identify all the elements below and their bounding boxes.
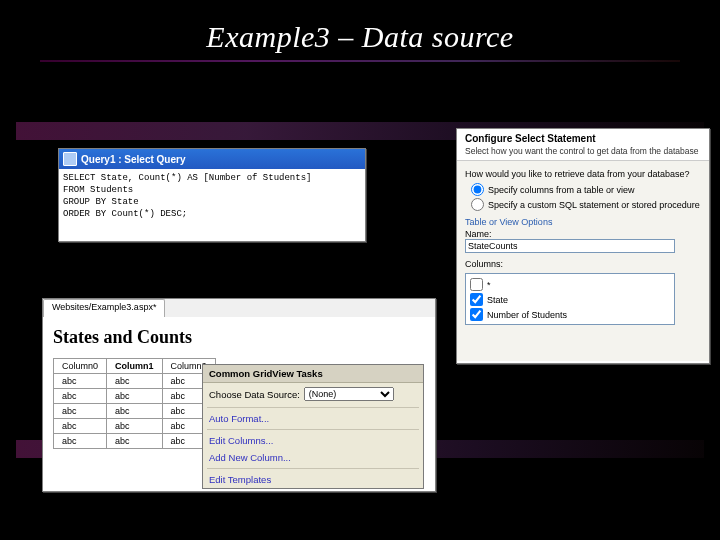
radio-custom-sql-label: Specify a custom SQL statement or stored… [488, 200, 700, 210]
name-label: Name: [465, 229, 701, 239]
columns-label: Columns: [465, 259, 701, 269]
table-row: abcabcabc [54, 389, 216, 404]
name-input[interactable] [465, 239, 675, 253]
table-view-section: Table or View Options [465, 217, 701, 227]
separator [207, 468, 419, 469]
col-state-label: State [487, 295, 508, 305]
sql-window-titlebar[interactable]: Query1 : Select Query [59, 149, 365, 169]
editcolumns-link[interactable]: Edit Columns... [203, 432, 423, 449]
autoformat-link[interactable]: Auto Format... [203, 410, 423, 427]
table-row: abcabcabc [54, 404, 216, 419]
sql-text[interactable]: SELECT State, Count(*) AS [Number of Stu… [59, 169, 365, 223]
gridview-header-row: Column0 Column1 Column2 [54, 359, 216, 374]
configure-subtitle: Select how you want the control to get d… [465, 146, 701, 156]
tab-file[interactable]: Websites/Example3.aspx* [43, 299, 165, 317]
slide-title: Example3 – Data source [0, 20, 720, 54]
configure-header: Configure Select Statement Select how yo… [457, 129, 709, 161]
datasource-select[interactable]: (None) [304, 387, 394, 401]
radio-table-view[interactable]: Specify columns from a table or view [471, 183, 701, 196]
table-row: abcabcabc [54, 434, 216, 449]
edittemplates-link[interactable]: Edit Templates [203, 471, 423, 488]
col-all-checkbox[interactable] [470, 278, 483, 291]
smarttag-title: Common GridView Tasks [203, 365, 423, 383]
radio-custom-sql-input[interactable] [471, 198, 484, 211]
col-all-label: * [487, 280, 491, 290]
sql-query-window: Query1 : Select Query SELECT State, Coun… [58, 148, 366, 242]
sql-window-title: Query1 : Select Query [81, 154, 186, 165]
gridview[interactable]: Column0 Column1 Column2 abcabcabc abcabc… [53, 358, 216, 449]
configure-title: Configure Select Statement [465, 133, 701, 144]
configure-question: How would you like to retrieve data from… [465, 169, 701, 179]
smarttag-panel: Common GridView Tasks Choose Data Source… [202, 364, 424, 489]
table-row: abcabcabc [54, 419, 216, 434]
addcolumn-link[interactable]: Add New Column... [203, 449, 423, 466]
table-row: abcabcabc [54, 374, 216, 389]
query-icon [63, 152, 77, 166]
title-underline [40, 60, 680, 62]
gridview-col-0[interactable]: Column0 [54, 359, 107, 374]
gridview-col-1[interactable]: Column1 [107, 359, 163, 374]
datasource-label: Choose Data Source: [209, 389, 300, 400]
tab-strip: Websites/Example3.aspx* [43, 299, 435, 317]
col-num-checkbox[interactable] [470, 308, 483, 321]
separator [207, 429, 419, 430]
col-row-all[interactable]: * [470, 278, 670, 291]
radio-custom-sql[interactable]: Specify a custom SQL statement or stored… [471, 198, 701, 211]
col-num-label: Number of Students [487, 310, 567, 320]
separator [207, 407, 419, 408]
col-row-state[interactable]: State [470, 293, 670, 306]
slide-title-bar: Example3 – Data source [0, 20, 720, 54]
radio-table-view-input[interactable] [471, 183, 484, 196]
col-row-num[interactable]: Number of Students [470, 308, 670, 321]
page-heading: States and Counts [53, 327, 425, 348]
col-state-checkbox[interactable] [470, 293, 483, 306]
configure-statement-panel: Configure Select Statement Select how yo… [456, 128, 710, 364]
datasource-row: Choose Data Source: (None) [203, 383, 423, 405]
radio-table-view-label: Specify columns from a table or view [488, 185, 635, 195]
columns-list[interactable]: * State Number of Students [465, 273, 675, 325]
configure-body: How would you like to retrieve data from… [457, 161, 709, 361]
